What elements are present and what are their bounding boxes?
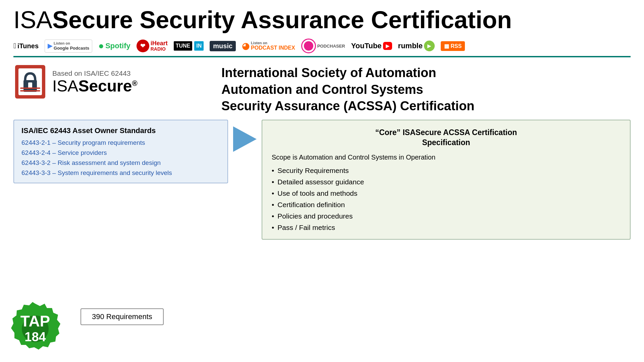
- cert-item-3: •Use of tools and methods: [272, 189, 621, 197]
- svg-rect-5: [20, 90, 40, 92]
- svg-rect-3: [28, 82, 32, 88]
- standards-title: ISA/IEC 62443 Asset Owner Standards: [21, 126, 220, 135]
- main-title: ISASecure Security Assurance Certificati…: [13, 7, 631, 33]
- isa-heading-area: International Society of Automation Auto…: [221, 63, 631, 114]
- svg-text:184: 184: [24, 330, 46, 344]
- standards-box: ISA/IEC 62443 Asset Owner Standards 6244…: [13, 120, 228, 183]
- podcast-podchaser[interactable]: PODCHASER: [301, 39, 345, 53]
- heading-line2: Automation and Control Systems: [221, 81, 631, 98]
- tap-badge: TAP 184: [7, 300, 64, 359]
- podcast-iheart[interactable]: ❤ iHeart RADIO: [137, 40, 168, 52]
- cert-title: “Core” ISASecure ACSSA CertificationSpec…: [272, 128, 621, 148]
- cert-item-1: •Security Requirements: [272, 167, 621, 175]
- cert-item-6: •Pass / Fail metrics: [272, 224, 621, 232]
- standard-item-1: 62443-2-1 – Security program requirement…: [21, 139, 220, 146]
- podcast-itunes[interactable]:  iTunes: [13, 42, 39, 50]
- svg-rect-4: [20, 87, 40, 89]
- cert-list: •Security Requirements •Detailed assesso…: [272, 167, 621, 232]
- podcast-spotify[interactable]: ● Spotify: [98, 41, 130, 51]
- isasecure-logo-text: ISASecure®: [52, 78, 138, 94]
- podcast-amazon[interactable]: music: [210, 41, 236, 51]
- standard-item-3: 62443-3-2 – Risk assessment and system d…: [21, 159, 220, 167]
- isasecure-logo-area: Based on ISA/IEC 62443 ISASecure®: [13, 63, 208, 100]
- podcast-google[interactable]: ▶ Listen on Google Podcasts: [45, 40, 92, 53]
- cert-scope: Scope is Automation and Control Systems …: [272, 153, 621, 162]
- podcast-youtube[interactable]: YouTube ▶: [351, 42, 392, 50]
- podcast-rss[interactable]: ▩ RSS: [441, 41, 465, 51]
- svg-text:TAP: TAP: [20, 312, 50, 330]
- lock-icon: [13, 63, 47, 100]
- arrow-section: [228, 120, 262, 152]
- standard-item-2: 62443-2-4 – Service providers: [21, 149, 220, 157]
- standard-item-4: 62443-3-3 – System requirements and secu…: [21, 169, 220, 177]
- cert-box: “Core” ISASecure ACSSA CertificationSpec…: [262, 120, 631, 240]
- based-on-text: Based on ISA/IEC 62443: [52, 69, 138, 77]
- cert-item-5: •Policies and procedures: [272, 212, 621, 220]
- podcast-rumble[interactable]: rumble ▶: [398, 41, 435, 51]
- right-arrow: [233, 126, 257, 152]
- cert-item-4: •Certification definition: [272, 201, 621, 209]
- podcast-bar:  iTunes ▶ Listen on Google Podcasts ● S…: [13, 36, 631, 57]
- cert-item-2: •Detailed assessor guidance: [272, 178, 621, 186]
- heading-line3: Security Assurance (ACSSA) Certification: [221, 98, 631, 114]
- podcast-tunein[interactable]: TUNE IN: [174, 41, 204, 51]
- heading-line1: International Society of Automation: [221, 65, 631, 81]
- podcast-index[interactable]: ◕ Listen on PODCAST INDEX: [242, 41, 295, 51]
- requirements-button[interactable]: 390 Requirements: [80, 308, 164, 325]
- title-isa: ISA: [13, 6, 52, 33]
- title-secure-rest: Secure Security Assurance Certification: [52, 6, 512, 33]
